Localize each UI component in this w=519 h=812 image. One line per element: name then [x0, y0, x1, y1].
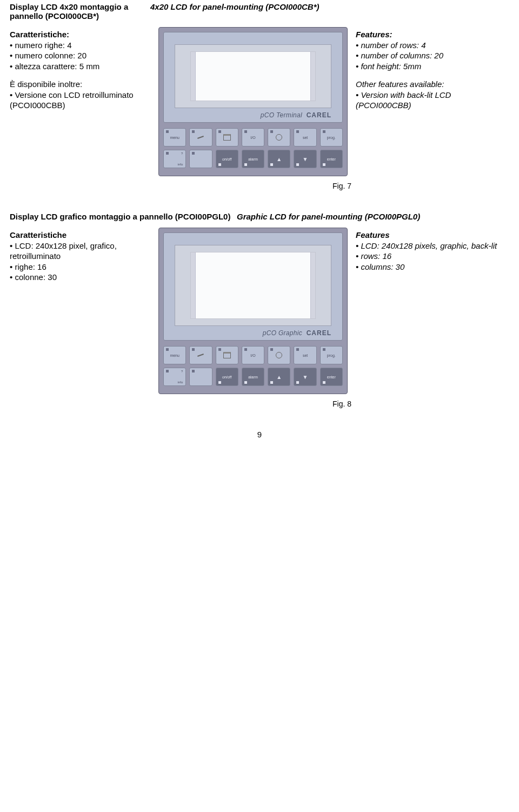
avail-item: Version with back-lit LCD (PCOI000CBB) — [356, 90, 507, 111]
key-prog: prog. — [320, 128, 343, 147]
key-tool-icon — [189, 128, 212, 147]
spec-item: numero righe: 4 — [10, 40, 150, 51]
lcd-screen — [175, 245, 331, 326]
title-en-2: Graphic LCD for panel-mounting (PCOI00PG… — [237, 212, 496, 221]
spec-item: LCD: 240x128 pixels, graphic, back-lit — [356, 241, 507, 251]
spec-item: columns: 30 — [356, 262, 507, 272]
figure-caption-2: Fig. 8 — [332, 400, 351, 408]
key-info: ?info — [163, 368, 186, 386]
page-number: 9 — [10, 430, 509, 439]
specs-en-heading-2: Features — [356, 230, 507, 241]
spec-item: font height: 5mm — [356, 61, 507, 72]
specs-it-heading: Caratteristiche: — [10, 29, 150, 40]
device-model-label: pCO Terminal — [261, 111, 302, 119]
key-set: set — [294, 128, 316, 147]
spec-item: colonne: 30 — [10, 272, 150, 283]
title-en-1: 4x20 LCD for panel-mounting (PCOI000CB*) — [150, 2, 496, 21]
device-illustration-1: pCO Terminal CAREL menu I/O set prog. — [150, 27, 356, 190]
avail-item: Versione con LCD retroilluminato (PCOI00… — [10, 90, 150, 111]
section-lcd-graphic: Display LCD grafico montaggio a pannello… — [10, 212, 509, 408]
key-alarm: alarm — [242, 150, 264, 168]
key-info: ?info — [163, 150, 186, 168]
spec-item: LCD: 240x128 pixel, grafico, retroillumi… — [10, 241, 150, 262]
specs-it-1: Caratteristiche: numero righe: 4 numero … — [10, 27, 150, 190]
key-tool-icon — [189, 346, 212, 364]
key-printer-icon — [216, 128, 238, 147]
spec-item: number of columns: 20 — [356, 50, 507, 61]
section2-header: Display LCD grafico montaggio a pannello… — [10, 212, 509, 221]
brand-label: CAREL — [307, 111, 331, 119]
device-illustration-2: pCO Graphic CAREL menu I/O set prog. — [150, 228, 356, 408]
key-enter: enter — [320, 368, 343, 386]
key-down-icon: ▼ — [294, 150, 316, 168]
key-up-icon: ▲ — [268, 150, 290, 168]
figure-caption-1: Fig. 7 — [332, 182, 351, 190]
spec-item: righe: 16 — [10, 262, 150, 272]
key-menu: menu — [163, 128, 186, 147]
lcd-screen — [175, 44, 331, 108]
key-menu: menu — [163, 346, 186, 364]
key-onoff: on/off — [216, 150, 238, 168]
key-io: I/O — [242, 128, 264, 147]
avail-en-heading: Other features available: — [356, 79, 507, 90]
specs-it-2: Caratteristiche LCD: 240x128 pixel, graf… — [10, 228, 150, 408]
key-alarm: alarm — [242, 368, 264, 386]
title-it-2: Display LCD grafico montaggio a pannello… — [10, 212, 237, 221]
specs-it-heading-2: Caratteristiche — [10, 230, 150, 241]
spec-item: altezza carattere: 5 mm — [10, 61, 150, 72]
title-it-1: Display LCD 4x20 montaggio a pannello (P… — [10, 2, 150, 21]
section1-header: Display LCD 4x20 montaggio a pannello (P… — [10, 2, 509, 21]
key-set: set — [294, 346, 316, 364]
key-enter: enter — [320, 150, 343, 168]
spec-item: numero colonne: 20 — [10, 50, 150, 61]
section-lcd-4x20: Display LCD 4x20 montaggio a pannello (P… — [10, 2, 509, 190]
key-printer-icon — [216, 346, 238, 364]
key-onoff: on/off — [216, 368, 238, 386]
key-io: I/O — [242, 346, 264, 364]
key-prog: prog. — [320, 346, 343, 364]
specs-en-heading: Features: — [356, 29, 507, 40]
device-model-label: pCO Graphic — [263, 329, 302, 337]
specs-en-1: Features: number of rows: 4 number of co… — [356, 27, 507, 190]
spec-item: number of rows: 4 — [356, 40, 507, 51]
specs-en-2: Features LCD: 240x128 pixels, graphic, b… — [356, 228, 507, 408]
key-down-icon: ▼ — [294, 368, 316, 386]
key-blank — [189, 368, 212, 386]
key-clock-icon — [268, 346, 290, 364]
key-clock-icon — [268, 128, 290, 147]
key-up-icon: ▲ — [268, 368, 290, 386]
key-blank — [189, 150, 212, 168]
avail-it-heading: È disponibile inoltre: — [10, 79, 150, 90]
brand-label: CAREL — [307, 329, 331, 337]
spec-item: rows: 16 — [356, 251, 507, 262]
